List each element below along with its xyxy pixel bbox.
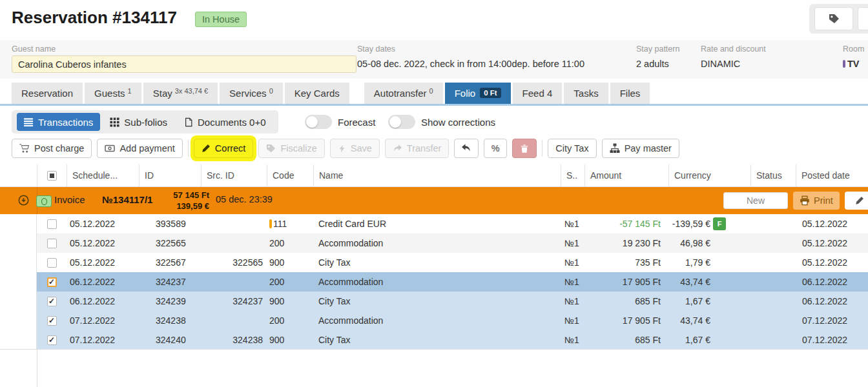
code-cell: 900 (267, 292, 313, 311)
documents-view-label: Documents 0+0 (198, 117, 265, 128)
table-row[interactable]: ✓ 07.12.2022 324238 200 Accommodation №1… (0, 311, 868, 330)
row-checkbox[interactable] (47, 219, 57, 229)
row-checkbox[interactable] (47, 239, 57, 248)
row-checkbox-cell[interactable]: ✓ (37, 272, 67, 292)
guest-name-input[interactable] (12, 55, 356, 73)
tab-services[interactable]: Services0 (220, 83, 283, 104)
tab-files[interactable]: Files (610, 83, 650, 104)
transaction-id-cell: 324238 (139, 311, 201, 330)
col-currency[interactable]: Currency (668, 164, 750, 186)
subfolios-view-button[interactable]: Sub-folios (103, 113, 174, 131)
transfer-button[interactable]: Transfer (385, 139, 449, 158)
fiscal-badge-slot: F (713, 217, 728, 230)
amount-cell: 685 Ft (584, 330, 668, 350)
posted-date-cell: 06.12.2022 (796, 292, 868, 311)
currency-cell: 1,79 € (668, 253, 750, 272)
show-corrections-toggle[interactable] (388, 115, 415, 129)
code-value: 200 (269, 238, 284, 248)
row-checkbox-cell[interactable] (37, 214, 67, 233)
correct-button[interactable]: Correct (194, 139, 254, 158)
discount-percent-button[interactable]: % (484, 139, 507, 158)
col-id[interactable]: ID (139, 164, 201, 186)
col-name[interactable]: Name (313, 164, 561, 186)
tab-label: Services (229, 88, 267, 99)
fiscalize-button[interactable]: Fiscalize (258, 139, 324, 158)
invoice-edit-button[interactable] (845, 192, 868, 210)
invoice-money-icon (36, 195, 52, 207)
source-id-cell: 322565 (201, 253, 267, 272)
tab-key-cards[interactable]: Key Cards (285, 83, 349, 104)
tab-tasks[interactable]: Tasks (564, 83, 608, 104)
fiscal-badge: F (713, 217, 726, 230)
pencil-icon (202, 144, 211, 153)
row-checkbox[interactable]: ✓ (47, 277, 57, 287)
scheduled-date-cell: 06.12.2022 (67, 292, 139, 311)
row-checkbox-cell[interactable]: ✓ (37, 330, 67, 350)
grid-icon (110, 117, 119, 127)
row-checkbox-cell[interactable]: ✓ (37, 292, 67, 311)
row-checkbox-cell[interactable] (37, 253, 67, 272)
amount-cell: 685 Ft (584, 292, 668, 311)
tab-folio[interactable]: Folio0 Ft (445, 83, 511, 104)
invoice-status-input[interactable] (723, 192, 788, 209)
tab-autotransfer[interactable]: Autotransfer0 (364, 83, 443, 104)
tab-guests[interactable]: Guests1 (85, 83, 141, 104)
charge-name-cell: City Tax (313, 292, 561, 311)
invoice-group-row[interactable]: Invoice №134117/1 57 145 Ft 139,59 € 05 … (0, 187, 868, 214)
list-icon (24, 117, 34, 127)
code-cell: 111 (267, 214, 313, 233)
folio-view-switcher: Transactions Sub-folios Documents 0+0 (12, 110, 278, 134)
tab-stay[interactable]: Stay3x 43,74 € (143, 83, 218, 104)
amount-cell: 17 905 Ft (584, 311, 668, 330)
transactions-view-button[interactable]: Transactions (17, 113, 100, 131)
row-checkbox-cell[interactable] (37, 233, 67, 253)
row-checkbox-cell[interactable]: ✓ (37, 311, 67, 330)
undo-button[interactable] (454, 139, 479, 158)
row-checkbox[interactable]: ✓ (47, 297, 57, 306)
col-status[interactable]: Status (750, 164, 796, 186)
add-payment-button[interactable]: Add payment (97, 139, 182, 158)
select-all-checkbox[interactable] (47, 171, 57, 181)
post-charge-button[interactable]: Post charge (12, 139, 92, 158)
source-id-cell: 324238 (201, 330, 267, 350)
tab-label: Stay (153, 88, 172, 99)
row-expand-cell (0, 292, 37, 311)
invoice-total-ft: 57 145 Ft (173, 190, 209, 200)
folio-action-bar: Post charge Add payment Correct Fiscaliz… (12, 138, 679, 159)
row-checkbox[interactable] (47, 258, 57, 268)
city-tax-button[interactable]: City Tax (548, 139, 596, 158)
col-scheduled[interactable]: Schedule... (67, 164, 139, 186)
more-header-button[interactable] (858, 7, 868, 30)
transaction-id-cell: 393589 (139, 214, 201, 233)
reservation-info-bar: Guest name Stay dates 05-08 dec. 2022, c… (0, 40, 868, 79)
scheduled-date-cell: 05.12.2022 (67, 233, 139, 253)
table-row[interactable]: ✓ 06.12.2022 324239 324237 900 City Tax … (0, 292, 868, 311)
tab-feed[interactable]: Feed 4 (513, 83, 563, 104)
table-row[interactable]: 05.12.2022 322565 200 Accommodation №1 1… (0, 233, 868, 253)
table-row[interactable]: ✓ 07.12.2022 324240 324238 900 City Tax … (0, 330, 868, 350)
table-row[interactable]: 05.12.2022 393589 111 Credit Card EUR №1… (0, 214, 868, 233)
col-amount[interactable]: Amount (584, 164, 668, 186)
pay-master-button[interactable]: Pay master (602, 139, 679, 158)
delete-button[interactable] (512, 139, 537, 158)
tab-reservation[interactable]: Reservation (12, 83, 83, 104)
col-code[interactable]: Code (267, 164, 313, 186)
select-all-cell[interactable] (37, 164, 67, 186)
invoice-print-button[interactable]: Print (793, 192, 840, 210)
row-checkbox[interactable]: ✓ (47, 316, 57, 326)
labels-button[interactable] (814, 7, 853, 30)
table-row[interactable]: 05.12.2022 322567 322565 900 City Tax №1… (0, 253, 868, 272)
col-src-id[interactable]: Src. ID (201, 164, 267, 186)
documents-view-button[interactable]: Documents 0+0 (177, 113, 273, 131)
save-button[interactable]: Save (330, 139, 380, 158)
subfolio-cell: №1 (561, 311, 584, 330)
col-subfolio[interactable]: S.. (561, 164, 584, 186)
forecast-toggle[interactable] (305, 115, 332, 129)
folio-view-bar: Transactions Sub-folios Documents 0+0 Fo… (0, 110, 868, 134)
collapse-invoice-icon[interactable] (18, 195, 29, 206)
invoice-date: 05 dec. 23:39 (216, 194, 273, 204)
reservation-tabs: Reservation Guests1 Stay3x 43,74 € Servi… (0, 83, 868, 104)
col-posted-date[interactable]: Posted date (796, 164, 868, 186)
row-checkbox[interactable]: ✓ (47, 335, 57, 345)
table-row[interactable]: ✓ 06.12.2022 324237 200 Accommodation №1… (0, 272, 868, 292)
